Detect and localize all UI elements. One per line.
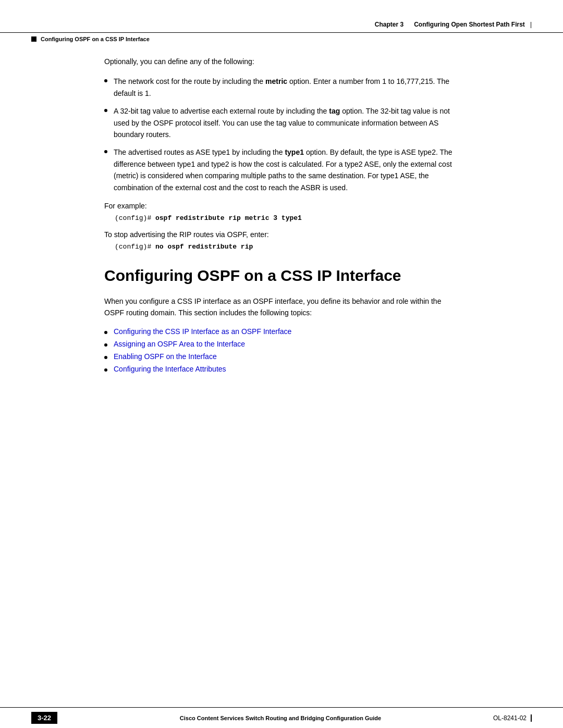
link-1[interactable]: Configuring the CSS IP Interface as an O… bbox=[114, 327, 291, 336]
link-3[interactable]: Enabling OSPF on the Interface bbox=[114, 352, 217, 361]
code1-bold: ospf redistribute rip metric 3 type1 bbox=[155, 214, 302, 222]
bullet-text-1: The network cost for the route by includ… bbox=[114, 76, 459, 99]
chapter-label: Chapter 3 bbox=[375, 21, 403, 28]
page: Chapter 3 Configuring Open Shortest Path… bbox=[0, 0, 563, 728]
footer-doc-title: Cisco Content Services Switch Routing an… bbox=[68, 715, 493, 721]
section-header-text: Configuring OSPF on a CSS IP Interface bbox=[41, 36, 150, 42]
link-2[interactable]: Assigning an OSPF Area to the Interface bbox=[114, 340, 245, 348]
link-item-1: Configuring the CSS IP Interface as an O… bbox=[104, 327, 459, 336]
bullet-text-2: A 32-bit tag value to advertise each ext… bbox=[114, 105, 459, 140]
section-title: Configuring OSPF on a CSS IP Interface bbox=[104, 266, 459, 285]
bullet-dot bbox=[104, 331, 107, 334]
bullet-list: The network cost for the route by includ… bbox=[104, 76, 459, 193]
list-item: A 32-bit tag value to advertise each ext… bbox=[104, 105, 459, 140]
bullet-text-3: The advertised routes as ASE type1 by in… bbox=[114, 146, 459, 193]
section-subheader: Configuring OSPF on a CSS IP Interface bbox=[0, 33, 563, 45]
list-item: The network cost for the route by includ… bbox=[104, 76, 459, 99]
bullet-dot bbox=[104, 368, 107, 372]
bullet-dot bbox=[104, 79, 107, 82]
code-block-1: (config)# ospf redistribute rip metric 3… bbox=[104, 214, 459, 222]
list-item: The advertised routes as ASE type1 by in… bbox=[104, 146, 459, 193]
code2-bold: no ospf redistribute rip bbox=[155, 243, 253, 251]
footer-doc-number: OL-8241-02 bbox=[493, 714, 532, 722]
intro-paragraph: Optionally, you can define any of the fo… bbox=[104, 56, 459, 67]
link-list: Configuring the CSS IP Interface as an O… bbox=[104, 327, 459, 373]
bullet-dot bbox=[104, 343, 107, 347]
bullet-dot bbox=[104, 109, 107, 112]
section-intro: When you configure a CSS IP interface as… bbox=[104, 295, 459, 319]
bullet-dot bbox=[104, 150, 107, 153]
keyword-metric: metric bbox=[265, 77, 287, 85]
page-footer: 3-22 Cisco Content Services Switch Routi… bbox=[0, 707, 563, 728]
page-number-badge: 3-22 bbox=[31, 712, 57, 724]
for-example-label: For example: bbox=[104, 202, 459, 210]
header-chapter: Chapter 3 Configuring Open Shortest Path… bbox=[375, 21, 532, 28]
bullet-dot bbox=[104, 356, 107, 359]
keyword-tag: tag bbox=[329, 107, 340, 115]
doc-number-text: OL-8241-02 bbox=[493, 714, 527, 722]
keyword-type1: type1 bbox=[285, 148, 304, 156]
spacer bbox=[0, 545, 563, 707]
link-item-3: Enabling OSPF on the Interface bbox=[104, 352, 459, 361]
section-marker bbox=[31, 36, 36, 42]
footer-bar bbox=[531, 714, 532, 722]
page-header: Chapter 3 Configuring Open Shortest Path… bbox=[0, 0, 563, 33]
code2-normal: (config)# bbox=[115, 243, 155, 251]
code-block-2: (config)# no ospf redistribute rip bbox=[104, 243, 459, 251]
link-item-4: Configuring the Interface Attributes bbox=[104, 365, 459, 373]
link-item-2: Assigning an OSPF Area to the Interface bbox=[104, 340, 459, 348]
code1-normal: (config)# bbox=[115, 214, 155, 222]
to-stop-text: To stop advertising the RIP routes via O… bbox=[104, 230, 459, 239]
chapter-title: Configuring Open Shortest Path First bbox=[414, 21, 525, 28]
link-4[interactable]: Configuring the Interface Attributes bbox=[114, 365, 226, 373]
main-content: Optionally, you can define any of the fo… bbox=[0, 56, 563, 545]
